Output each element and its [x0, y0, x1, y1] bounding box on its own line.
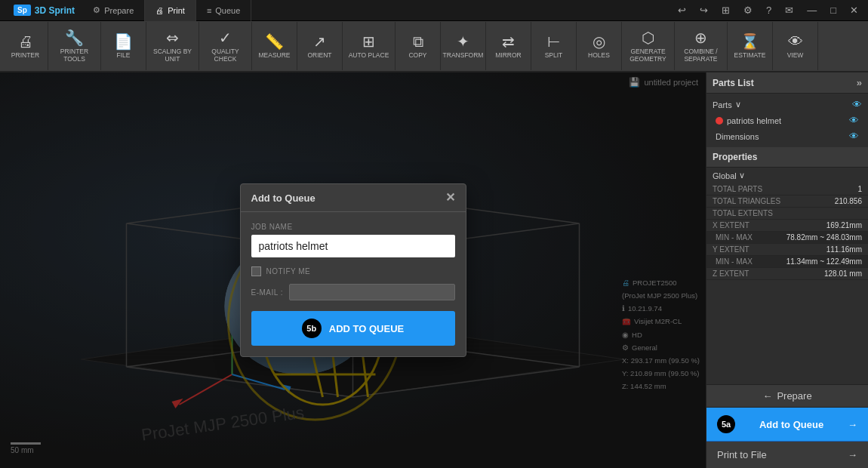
- print-file-arrow: →: [848, 449, 857, 460]
- estimate-label: ESTIMATE: [734, 51, 766, 59]
- add-to-queue-button[interactable]: 5a Add to Queue →: [706, 408, 868, 442]
- part-name: patriots helmet: [727, 116, 781, 125]
- view-label: VIEW: [787, 51, 804, 59]
- help-icon[interactable]: ?: [762, 3, 775, 17]
- tool-printer[interactable]: 🖨 PRINTER: [3, 22, 48, 70]
- tool-transform[interactable]: ✦ TRANSFORM: [441, 22, 486, 70]
- properties-table: TOTAL PARTS 1 TOTAL TRIANGLES 210.856 TO…: [706, 183, 868, 280]
- parts-list-header: Parts List »: [706, 72, 868, 94]
- mail-icon[interactable]: ✉: [781, 3, 797, 17]
- printer-label: PRINTER: [11, 51, 39, 59]
- tool-quality[interactable]: ✓ QUALITY CHECK: [199, 22, 252, 70]
- tool-generate[interactable]: ⬡ GENERATE GEOMETRY: [622, 22, 675, 70]
- add-to-queue-modal-button[interactable]: 5b ADD TO QUEUE: [251, 311, 455, 346]
- prop-key-x-extent: X EXTENT: [713, 221, 826, 229]
- minimize-button[interactable]: —: [803, 3, 820, 17]
- tab-print[interactable]: 🖨 Print: [145, 0, 196, 21]
- print-tab-icon: 🖨: [155, 6, 164, 15]
- prop-val-y-minmax: 11.34mm ~ 122.49mm: [786, 257, 862, 266]
- scaling-label: SCALING BY UNIT: [149, 48, 195, 63]
- view-icon: 👁: [788, 34, 803, 49]
- tab-queue[interactable]: ≡ Queue: [196, 0, 251, 21]
- undo-button[interactable]: ↩: [674, 3, 690, 17]
- properties-header: Properties: [706, 147, 868, 168]
- close-button[interactable]: ✕: [846, 3, 862, 17]
- file-label: FILE: [117, 51, 131, 59]
- error-indicator: [716, 117, 723, 125]
- mirror-label: MIRROR: [495, 51, 521, 59]
- quality-label: QUALITY CHECK: [202, 48, 248, 63]
- prop-total-extents: TOTAL EXTENTS: [706, 208, 868, 220]
- tool-scaling[interactable]: ⇔ SCALING BY UNIT: [146, 22, 199, 70]
- queue-tab-label: Queue: [215, 6, 240, 15]
- email-row: E-MAIL :: [251, 284, 455, 300]
- app-name: 3D Sprint: [35, 5, 75, 16]
- notify-label: NOTIFY ME: [266, 267, 311, 276]
- modal-body: JOB NAME NOTIFY ME E-MAIL : 5b A: [241, 212, 466, 356]
- maximize-button[interactable]: □: [826, 3, 840, 17]
- split-icon: ⊢: [547, 34, 560, 49]
- holes-icon: ◎: [593, 34, 605, 49]
- tool-combine[interactable]: ⊕ COMBINE / SEPARATE: [675, 22, 728, 70]
- dimensions-row[interactable]: Dimensions 👁: [711, 128, 863, 144]
- parts-item[interactable]: patriots helmet 👁: [711, 112, 863, 128]
- modal-overlay[interactable]: Add to Queue ✕ JOB NAME NOTIFY ME E-MAIL…: [0, 72, 706, 468]
- notify-checkbox[interactable]: [251, 266, 261, 276]
- tool-estimate[interactable]: ⌛ ESTIMATE: [728, 22, 773, 70]
- tool-copy[interactable]: ⧉ COPY: [396, 22, 441, 70]
- email-label: E-MAIL :: [251, 288, 284, 297]
- transform-label: TRANSFORM: [443, 51, 484, 59]
- parts-list-expand-icon[interactable]: »: [857, 77, 862, 88]
- tool-view[interactable]: 👁 VIEW: [773, 22, 818, 70]
- global-chevron: ∨: [739, 171, 745, 180]
- prop-key-total-triangles: TOTAL TRIANGLES: [713, 197, 835, 205]
- tool-split[interactable]: ⊢ SPLIT: [531, 22, 577, 70]
- redo-button[interactable]: ↪: [696, 3, 712, 17]
- print-to-file-button[interactable]: Print to File →: [706, 442, 868, 468]
- properties-global: Global ∨: [706, 168, 868, 183]
- right-panel: Parts List » Parts ∨ 👁 patriots helmet 👁: [706, 72, 868, 468]
- back-to-prepare-button[interactable]: ← Prepare: [706, 385, 868, 408]
- add-to-queue-btn-label: ADD TO QUEUE: [329, 323, 404, 334]
- grid-icon[interactable]: ⊞: [718, 3, 734, 17]
- tool-file[interactable]: 📄 FILE: [101, 22, 146, 70]
- email-input[interactable]: [289, 284, 454, 300]
- modal-title: Add to Queue: [251, 192, 315, 204]
- combine-icon: ⊕: [694, 30, 707, 45]
- prop-y-extent: Y EXTENT 111.16mm: [706, 244, 868, 256]
- mirror-icon: ⇄: [502, 34, 515, 49]
- settings-icon[interactable]: ⚙: [740, 3, 756, 17]
- parts-list-section: Parts List » Parts ∨ 👁 patriots helmet 👁: [706, 72, 868, 147]
- tool-printer-tools[interactable]: 🔧 PRINTER TOOLS: [48, 22, 101, 70]
- tool-measure[interactable]: 📏 MEASURE: [252, 22, 297, 70]
- viewport[interactable]: ProJet MJP 2500 Plus 💾 untitled project …: [0, 72, 706, 468]
- prop-total-parts: TOTAL PARTS 1: [706, 183, 868, 196]
- tool-holes[interactable]: ◎ HOLES: [577, 22, 622, 70]
- transform-icon: ✦: [457, 34, 469, 49]
- copy-icon: ⧉: [413, 34, 423, 49]
- tool-mirror[interactable]: ⇄ MIRROR: [486, 22, 531, 70]
- properties-title: Properties: [713, 152, 757, 162]
- holes-label: HOLES: [588, 51, 610, 59]
- tab-prepare[interactable]: ⚙ Prepare: [82, 0, 145, 21]
- prop-key-x-minmax: Min - Max: [716, 233, 786, 242]
- tool-autoplace[interactable]: ⊞ AUTO PLACE: [343, 22, 396, 70]
- split-label: SPLIT: [545, 51, 563, 59]
- modal-close-button[interactable]: ✕: [445, 192, 455, 204]
- dimensions-visibility-icon[interactable]: 👁: [849, 131, 859, 142]
- step-5a-label: 5a: [722, 420, 731, 429]
- part-visibility-icon[interactable]: 👁: [849, 115, 859, 126]
- tool-orient[interactable]: ↗ ORIENT: [297, 22, 343, 70]
- autoplace-icon: ⊞: [362, 34, 375, 49]
- printer-icon: 🖨: [18, 34, 33, 49]
- parts-visibility-icon[interactable]: 👁: [852, 99, 862, 110]
- print-tab-label: Print: [168, 6, 185, 15]
- file-icon: 📄: [114, 34, 133, 49]
- parts-row[interactable]: Parts ∨ 👁: [711, 97, 863, 112]
- main-layout: ProJet MJP 2500 Plus 💾 untitled project …: [0, 72, 868, 468]
- measure-label: MEASURE: [258, 51, 290, 59]
- job-name-input[interactable]: [251, 235, 455, 257]
- parts-text: Parts: [713, 100, 732, 109]
- add-to-queue-modal: Add to Queue ✕ JOB NAME NOTIFY ME E-MAIL…: [240, 183, 466, 357]
- printer-tools-label: PRINTER TOOLS: [51, 48, 97, 63]
